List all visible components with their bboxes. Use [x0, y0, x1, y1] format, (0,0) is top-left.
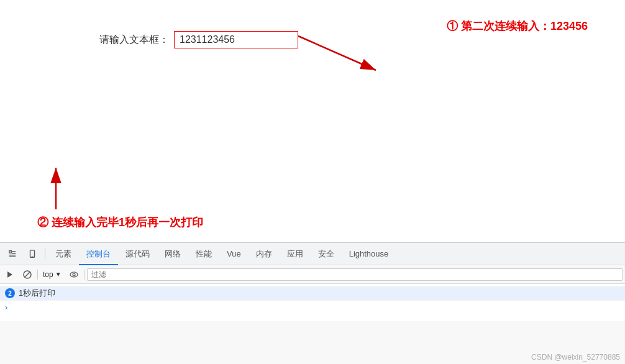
svg-line-8 [25, 272, 30, 277]
log-badge: 2 [5, 288, 15, 298]
svg-line-1 [298, 36, 376, 70]
prompt-arrow-icon: › [5, 303, 7, 312]
console-log-text: 1秒后打印 [19, 288, 55, 299]
arrow-svg [261, 17, 447, 92]
tab-elements[interactable]: 元素 [48, 243, 79, 265]
filter-input[interactable] [87, 268, 623, 281]
dropdown-arrow-icon: ▼ [55, 271, 62, 278]
annotation-area: ① 第二次连续输入：123456 [447, 19, 588, 34]
tab-network[interactable]: 网络 [157, 243, 188, 265]
toolbar-separator-2 [84, 270, 84, 280]
console-log-row: 2 1秒后打印 [0, 286, 625, 301]
tab-application[interactable]: 应用 [280, 243, 311, 265]
block-icon-btn[interactable] [20, 267, 35, 282]
inspector-icon-btn[interactable] [4, 245, 21, 263]
execute-icon-btn[interactable] [2, 267, 17, 282]
annotation-text: ① 第二次连续输入：123456 [447, 20, 588, 32]
tab-separator [45, 248, 45, 260]
tab-console[interactable]: 控制台 [79, 243, 118, 265]
svg-point-9 [70, 272, 78, 277]
tab-vue[interactable]: Vue [219, 243, 249, 265]
bottom-annotation-text: ② 连续输入完毕1秒后再一次打印 [37, 216, 203, 229]
console-toolbar: top ▼ [0, 265, 625, 284]
csdn-watermark: CSDN @weixin_52770885 [531, 353, 620, 362]
devtools-tab-bar: 元素 控制台 源代码 网络 性能 Vue 内存 应用 安全 Lighthouse [0, 243, 625, 265]
text-input[interactable] [174, 31, 298, 48]
eye-icon-btn[interactable] [66, 267, 81, 282]
bottom-arrow-svg [37, 163, 75, 212]
console-output: 2 1秒后打印 › [0, 284, 625, 321]
tab-sources[interactable]: 源代码 [118, 243, 157, 265]
tab-memory[interactable]: 内存 [249, 243, 280, 265]
input-row: 请输入文本框： [99, 31, 298, 48]
top-selector[interactable]: top ▼ [40, 269, 64, 280]
devtools-panel: 元素 控制台 源代码 网络 性能 Vue 内存 应用 安全 Lighthouse [0, 242, 625, 364]
svg-point-5 [32, 255, 32, 256]
tab-security[interactable]: 安全 [311, 243, 342, 265]
device-icon-btn[interactable] [24, 245, 41, 263]
tab-performance[interactable]: 性能 [188, 243, 219, 265]
tab-lighthouse[interactable]: Lighthouse [342, 243, 396, 265]
main-content-area: 请输入文本框： ① 第二次连续输入：123456 ② 连续输入完毕1秒后再一次打… [0, 0, 625, 242]
bottom-annotation: ② 连续输入完毕1秒后再一次打印 [37, 215, 203, 230]
svg-marker-6 [7, 271, 12, 278]
input-label: 请输入文本框： [99, 34, 169, 47]
toolbar-separator [37, 270, 38, 280]
console-prompt-row: › [0, 301, 625, 314]
svg-point-10 [73, 273, 75, 276]
